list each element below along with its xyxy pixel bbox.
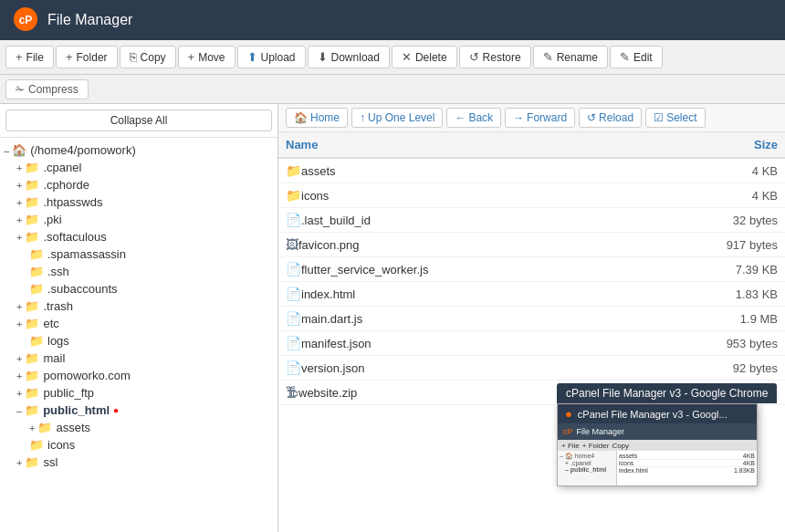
text-file-icon: 📄 — [286, 213, 301, 227]
tree-toggle[interactable]: + — [16, 232, 22, 243]
delete-button[interactable]: ✕ Delete — [392, 46, 457, 68]
mini-preview-body: cP File Manager + File + Folder Copy – 🏠… — [558, 423, 757, 485]
tree-toggle[interactable]: + — [29, 422, 35, 433]
tree-label: logs — [47, 334, 69, 348]
tree-toggle[interactable]: – — [4, 145, 9, 156]
folder-icon: 📁 — [29, 265, 44, 278]
tree-item--trash[interactable]: +📁.trash — [0, 297, 277, 315]
file-name-cell: 📁assets — [278, 158, 675, 183]
file-size-cell: 1.83 KB — [675, 282, 785, 307]
tree-toggle[interactable]: + — [16, 197, 22, 208]
tree-label: etc — [43, 317, 58, 330]
file-name-cell: 📄main.dart.js — [278, 307, 675, 331]
file-button[interactable]: + File — [5, 46, 54, 68]
tree-item--cphorde[interactable]: +📁.cphorde — [0, 176, 277, 193]
table-row[interactable]: 📄.last_build_id32 bytes — [278, 208, 785, 233]
tree-item-public-html[interactable]: –📁public_html● — [0, 402, 277, 419]
tree-toggle[interactable]: + — [16, 370, 22, 381]
text-file-icon: 📄 — [286, 262, 301, 276]
folder-icon: 📁 — [25, 195, 39, 209]
tree-item--ssh[interactable]: 📁.ssh — [0, 263, 277, 280]
folder-button[interactable]: + Folder — [56, 46, 118, 68]
edit-button[interactable]: ✎ Edit — [610, 46, 663, 68]
tree-item-public-ftp[interactable]: +📁public_ftp — [0, 384, 277, 402]
file-size-cell: 92 bytes — [675, 356, 785, 381]
tree-label: .cpanel — [43, 161, 81, 174]
download-button[interactable]: ⬇ Download — [308, 46, 390, 68]
table-row[interactable]: 📄main.dart.js1.9 MB — [278, 307, 785, 331]
copy-button[interactable]: ⎘ Copy — [120, 46, 176, 68]
tree-item-icons[interactable]: 📁icons — [0, 436, 277, 454]
move-button[interactable]: + Move — [178, 46, 236, 68]
tree-toggle[interactable]: + — [16, 214, 22, 225]
forward-button[interactable]: → Forward — [505, 108, 575, 128]
restore-icon: ↺ — [469, 50, 479, 64]
size-column-header[interactable]: Size — [675, 132, 785, 158]
folder-icon: 📁 — [25, 386, 39, 400]
tree-label: .softaculous — [43, 230, 106, 244]
restore-button[interactable]: ↺ Restore — [459, 46, 531, 68]
file-name: .last_build_id — [301, 214, 371, 227]
name-column-header[interactable]: Name — [278, 132, 675, 158]
tree-label: (/home4/pomowork) — [30, 143, 136, 157]
upload-button[interactable]: ⬆ Upload — [237, 46, 306, 68]
folder-icon: 📁 — [29, 247, 44, 261]
table-row[interactable]: 📁icons4 KB — [278, 183, 785, 208]
text-file-icon: 📄 — [286, 360, 301, 375]
table-row[interactable]: 📄manifest.json953 bytes — [278, 331, 785, 356]
folder-icon: 📁 — [29, 282, 44, 296]
file-name-cell: 📄flutter_service_worker.js — [278, 257, 675, 282]
tree-item--subaccounts[interactable]: 📁.subaccounts — [0, 280, 277, 297]
html-file-icon: 📄 — [286, 287, 301, 301]
tree-item--htpasswds[interactable]: +📁.htpasswds — [0, 193, 277, 211]
tree-toggle[interactable]: + — [16, 162, 22, 173]
collapse-all-button[interactable]: Collapse All — [5, 110, 272, 131]
file-size-cell: 4 KB — [675, 183, 785, 208]
file-name: version.json — [301, 361, 364, 375]
page-title: File Manager — [47, 12, 132, 28]
tree-item-etc[interactable]: +📁etc — [0, 315, 277, 332]
tree-toggle[interactable]: + — [16, 353, 22, 364]
table-row[interactable]: 📄version.json92 bytes — [278, 356, 785, 381]
tree-toggle[interactable]: + — [16, 318, 22, 329]
file-tree[interactable]: –🏠(/home4/pomowork)+📁.cpanel+📁.cphorde+📁… — [0, 138, 277, 532]
up-one-level-button[interactable]: ↑ Up One Level — [351, 108, 443, 128]
reload-button[interactable]: ↺ Reload — [579, 108, 642, 128]
main-layout: Collapse All –🏠(/home4/pomowork)+📁.cpane… — [0, 104, 785, 532]
tree-toggle[interactable]: – — [16, 405, 22, 416]
home-folder-icon: 🏠 — [12, 143, 26, 157]
tree-item-assets[interactable]: +📁assets — [0, 419, 277, 436]
table-row[interactable]: 📄index.html1.83 KB — [278, 282, 785, 307]
edit-icon: ✎ — [620, 50, 630, 64]
tree-item--pki[interactable]: +📁.pki — [0, 211, 277, 228]
tree-item--spamassassin[interactable]: 📁.spamassassin — [0, 245, 277, 263]
tree-item---home4-pomowork-[interactable]: –🏠(/home4/pomowork) — [0, 141, 277, 159]
tree-item-pomoworko-com[interactable]: +📁pomoworko.com — [0, 367, 277, 384]
tree-toggle[interactable]: + — [16, 457, 22, 468]
tree-toggle[interactable]: + — [16, 388, 22, 399]
home-button[interactable]: 🏠 Home — [286, 108, 348, 128]
rename-button[interactable]: ✎ Rename — [533, 46, 608, 68]
select-button[interactable]: ☑ Select — [645, 108, 705, 128]
tree-item--cpanel[interactable]: +📁.cpanel — [0, 159, 277, 176]
home-icon: 🏠 — [294, 111, 308, 124]
back-button[interactable]: ← Back — [446, 108, 501, 128]
folder-icon: 📁 — [286, 188, 301, 203]
tree-toggle[interactable]: + — [16, 301, 22, 312]
tree-item--softaculous[interactable]: +📁.softaculous — [0, 228, 277, 245]
table-row[interactable]: 📄flutter_service_worker.js7.39 KB — [278, 257, 785, 282]
tree-item-logs[interactable]: 📁logs — [0, 332, 277, 349]
mini-logo: cP — [563, 427, 573, 436]
table-row[interactable]: 🖼favicon.png917 bytes — [278, 233, 785, 257]
tree-toggle[interactable]: + — [16, 180, 22, 191]
tree-item-ssl[interactable]: +📁ssl — [0, 454, 277, 471]
tree-item-mail[interactable]: +📁mail — [0, 349, 277, 367]
tree-label: .ssh — [47, 265, 69, 278]
table-row[interactable]: 📁assets4 KB — [278, 158, 785, 183]
svg-text:cP: cP — [19, 14, 33, 26]
zip-file-icon: 🗜 — [286, 385, 298, 400]
compress-button[interactable]: ✁ Compress — [5, 79, 89, 99]
header: cP File Manager — [0, 0, 785, 40]
forward-icon: → — [513, 111, 524, 124]
file-name-cell: 📁icons — [278, 183, 675, 208]
